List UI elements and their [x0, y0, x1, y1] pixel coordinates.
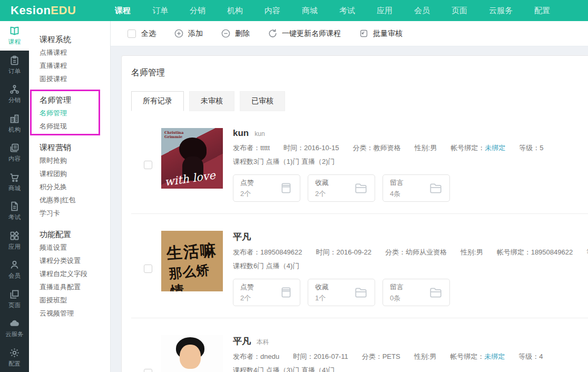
toolbar-button-添加[interactable]: 添加: [174, 28, 203, 38]
stat-box-留言[interactable]: 留言0条: [383, 279, 450, 306]
field-value: 男: [476, 248, 483, 256]
select-all-control[interactable]: 全选: [128, 29, 156, 38]
field-value: 教师资格: [374, 144, 401, 152]
rail-item-订单[interactable]: 订单: [0, 51, 29, 80]
topnav-item-页面[interactable]: 页面: [448, 0, 471, 21]
stat-box-留言[interactable]: 留言4条: [383, 174, 450, 202]
select-all-checkbox[interactable]: [128, 30, 136, 38]
stat-text: 收藏2个: [315, 178, 329, 199]
rail-item-label: 内容: [8, 155, 21, 163]
sidebar-item-名师管理[interactable]: 名师管理: [40, 106, 110, 120]
refresh-icon: [268, 28, 282, 38]
topnav-item-考试[interactable]: 考试: [336, 0, 358, 21]
topnav-item-应用[interactable]: 应用: [374, 0, 396, 21]
teacher-name-line: 平凡本科: [233, 335, 588, 347]
field-label: 等级：: [518, 353, 539, 360]
field-时间: 时间：2016-10-15: [283, 144, 339, 152]
topnav-item-会员[interactable]: 会员: [411, 0, 433, 21]
sidebar-item-直播道具配置[interactable]: 直播道具配置: [40, 280, 110, 293]
rail-item-课程[interactable]: 课程: [0, 21, 29, 51]
row-checkbox[interactable]: [144, 161, 152, 169]
rail-item-label: 课程: [8, 38, 21, 46]
sidebar-item-云视频管理[interactable]: 云视频管理: [40, 307, 110, 320]
topnav-item-机构[interactable]: 机构: [224, 0, 246, 21]
topnav-item-分销[interactable]: 分销: [187, 0, 209, 21]
topnav-item-订单[interactable]: 订单: [149, 0, 171, 21]
row-checkbox[interactable]: [144, 265, 152, 273]
stat-box-点赞[interactable]: 点赞2个: [233, 279, 300, 306]
rail-item-考试[interactable]: 考试: [0, 197, 29, 226]
rail-item-内容[interactable]: 内容: [0, 138, 29, 168]
sidebar-item-名师提现[interactable]: 名师提现: [40, 120, 110, 133]
rail-item-机构[interactable]: 机构: [0, 109, 29, 139]
sidebar-item-课程分类设置[interactable]: 课程分类设置: [40, 254, 110, 267]
stat-box-收藏[interactable]: 收藏1个: [308, 279, 375, 306]
stat-label: 收藏: [315, 178, 329, 188]
field-value[interactable]: 未绑定: [485, 144, 505, 152]
tab-未审核[interactable]: 未审核: [189, 91, 234, 111]
rail-item-商城[interactable]: 商城: [0, 168, 29, 197]
tab-已审核[interactable]: 已审核: [240, 91, 285, 111]
field-value: 4: [539, 353, 543, 360]
sidebar-item-课程团购[interactable]: 课程团购: [40, 167, 110, 180]
sidebar-item-面授班型[interactable]: 面授班型: [40, 293, 110, 307]
rail-item-会员[interactable]: 会员: [0, 255, 29, 285]
field-value: dnedu: [260, 353, 279, 360]
row-checkbox[interactable]: [144, 369, 152, 372]
album-figure: [179, 138, 207, 162]
course-submenu: 课程系统点播课程直播课程面授课程名师管理名师管理名师提现课程营销限时抢购课程团购…: [29, 21, 111, 372]
cart-icon: [9, 172, 20, 183]
field-label: 帐号绑定：: [450, 353, 484, 360]
sidebar-item-面授课程[interactable]: 面授课程: [40, 72, 110, 85]
topnav-item-配置[interactable]: 配置: [531, 0, 553, 21]
stat-label: 点赞: [240, 178, 254, 188]
sidebar-section-title: 功能配置: [40, 228, 110, 241]
teacher-courses-summary: 课程数3门 点播（1)门 直播（2)门: [233, 157, 588, 167]
stat-text: 留言0条: [390, 282, 404, 303]
sidebar-item-限时抢购[interactable]: 限时抢购: [40, 154, 110, 167]
field-label: 时间：: [293, 353, 313, 360]
stat-label: 留言: [390, 178, 404, 188]
teacher-info-line: 发布者：dnedu时间：2016-07-11分类：PETS性别:男帐号绑定：未绑…: [233, 352, 588, 361]
topnav-item-课程[interactable]: 课程: [112, 0, 134, 21]
toolbar-button-删除[interactable]: 删除: [221, 28, 250, 38]
field-发布者: 发布者：ttttt: [233, 144, 270, 152]
folder-icon: [354, 181, 368, 195]
app-logo[interactable]: KesionEDU: [0, 4, 112, 17]
toolbar-button-label: 添加: [188, 29, 203, 38]
toolbar-button-label: 删除: [235, 29, 250, 38]
field-分类: 分类：教师资格: [353, 144, 401, 152]
topnav-item-商城[interactable]: 商城: [299, 0, 321, 21]
topnav-item-内容[interactable]: 内容: [261, 0, 283, 21]
sidebar-item-积分兑换[interactable]: 积分兑换: [40, 180, 110, 193]
stat-box-点赞[interactable]: 点赞2个: [233, 174, 300, 202]
sidebar-item-学习卡[interactable]: 学习卡: [40, 207, 110, 220]
toolbar-button-批量审核[interactable]: 批量审核: [359, 28, 403, 38]
tab-所有记录[interactable]: 所有记录: [131, 91, 184, 111]
field-value: PETS: [383, 353, 400, 360]
rail-item-页面[interactable]: 页面: [0, 285, 29, 314]
sidebar-item-优惠券|红包[interactable]: 优惠券|红包: [40, 193, 110, 207]
rail-item-label: 应用: [8, 243, 21, 251]
toolbar-button-一键更新名师课程[interactable]: 一键更新名师课程: [268, 28, 341, 38]
rail-item-云服务[interactable]: 云服务: [0, 314, 29, 343]
rail-item-应用[interactable]: 应用: [0, 226, 29, 256]
rail-item-配置[interactable]: 配置: [0, 343, 29, 372]
field-label: 分类：: [353, 144, 374, 152]
teacher-row: Christina Grimmiewith lovekunkun发布者：tttt…: [131, 111, 588, 213]
sidebar-item-直播课程[interactable]: 直播课程: [40, 59, 110, 72]
teacher-courses-summary: 课程数6门 点播（4)门: [233, 261, 588, 271]
stat-label: 留言: [390, 282, 404, 292]
icon-sidebar: 课程订单分销机构内容商城考试应用会员页面云服务配置: [0, 21, 29, 372]
topnav-item-云服务[interactable]: 云服务: [486, 0, 516, 21]
sidebar-item-频道设置[interactable]: 频道设置: [40, 241, 110, 254]
plus-circle-icon: [174, 28, 188, 38]
field-时间: 时间：2016-09-22: [316, 248, 372, 256]
field-value[interactable]: 未绑定: [484, 353, 505, 360]
sidebar-item-点播课程[interactable]: 点播课程: [40, 46, 110, 59]
stat-box-收藏[interactable]: 收藏2个: [308, 174, 375, 202]
sidebar-item-课程自定义字段[interactable]: 课程自定义字段: [40, 267, 110, 280]
field-帐号绑定: 帐号绑定：未绑定: [450, 353, 505, 360]
teacher-photo: Christina Grimmiewith love: [161, 128, 223, 189]
rail-item-分销[interactable]: 分销: [0, 80, 29, 109]
